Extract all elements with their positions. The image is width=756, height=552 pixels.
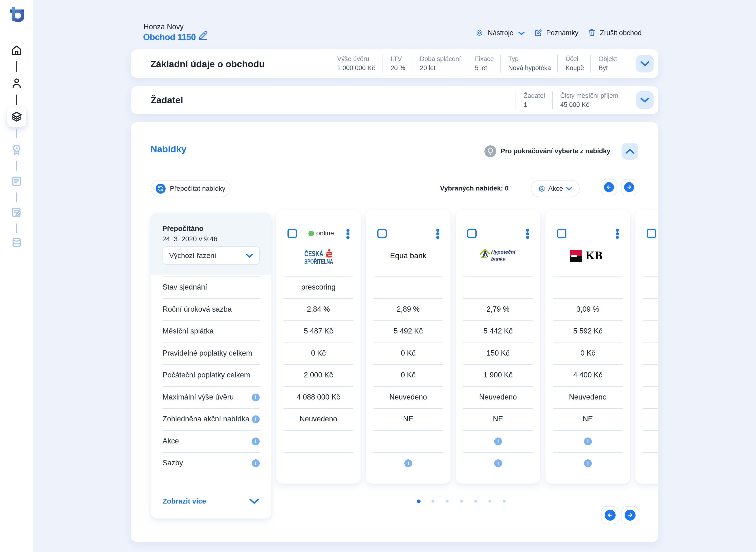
svg-text:banka: banka [491, 256, 506, 262]
svg-text:Hypoteční: Hypoteční [491, 249, 516, 255]
